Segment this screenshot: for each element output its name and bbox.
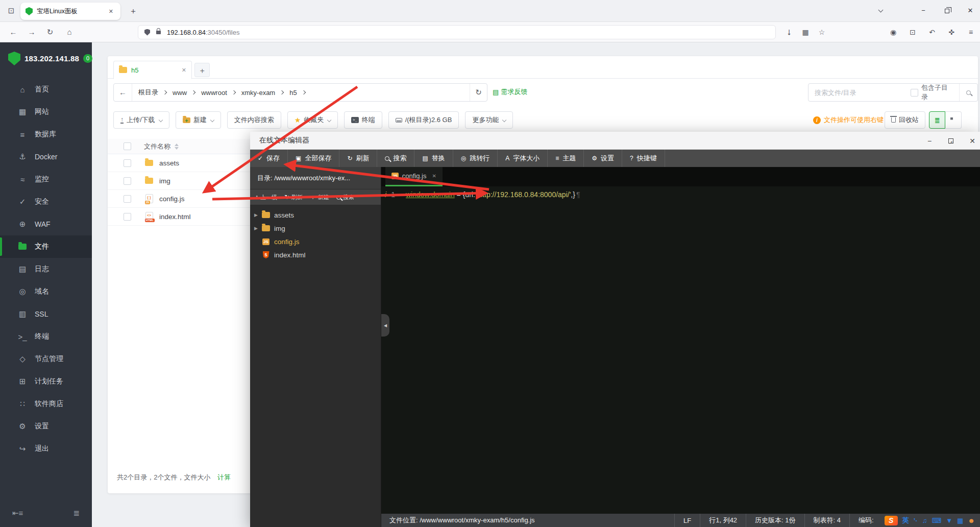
tree-item-config.js[interactable]: JS config.js: [250, 235, 381, 248]
sort-icon[interactable]: [175, 143, 179, 150]
code-area[interactable]: i 1 window.domain = {url: 'http://192.16…: [381, 186, 980, 199]
sogou-logo-icon[interactable]: S: [885, 516, 898, 525]
breadcrumb-back-icon[interactable]: ←: [114, 84, 132, 101]
sidebar-item-node-manage[interactable]: ◇ 节点管理: [0, 348, 92, 370]
fm-toolbar-new-button[interactable]: ＋ 新建: [176, 111, 221, 129]
sidebar-item-settings[interactable]: ⚙ 设置: [0, 415, 92, 438]
panel-collapse-handle[interactable]: ◀: [381, 314, 389, 337]
row-checkbox[interactable]: [124, 177, 131, 185]
tree-search-button[interactable]: 搜索: [336, 194, 354, 201]
sidebar-item-waf[interactable]: ⊕ WAF: [0, 213, 92, 235]
editor-save-button[interactable]: ✓ 保存: [250, 150, 288, 167]
row-checkbox[interactable]: [124, 195, 131, 203]
editor-directory-label[interactable]: 目录: /www/wwwroot/xmky-ex...: [250, 167, 381, 189]
notification-badge[interactable]: 0: [83, 54, 92, 63]
search-input[interactable]: [808, 89, 911, 97]
editor-font-size-button[interactable]: A 字体大小: [498, 150, 548, 167]
sogou-punct-icon[interactable]: ’·: [914, 517, 918, 524]
url-bar[interactable]: 192.168.0.84 :30450/files: [138, 25, 776, 39]
sogou-keyboard-icon[interactable]: ⌨: [932, 517, 941, 524]
lock-warning-icon[interactable]: [156, 31, 161, 34]
sidebar-item-database[interactable]: ≡ 数据库: [0, 123, 92, 146]
search-button[interactable]: [959, 84, 977, 101]
expand-arrow-icon[interactable]: ▶: [254, 226, 261, 231]
list-all-tabs-icon[interactable]: [872, 4, 889, 17]
editor-save-all-button[interactable]: ▣ 全部保存: [288, 150, 339, 167]
fm-tab-h5[interactable]: h5 ✕: [113, 61, 192, 79]
editor-tab-configjs[interactable]: JS config.js ✕: [385, 167, 443, 186]
tree-refresh-button[interactable]: ↻ 刷新: [284, 194, 303, 201]
sidebar-item-domain[interactable]: ◎ 域名: [0, 280, 92, 303]
tracking-shield-icon[interactable]: [144, 29, 150, 36]
status-encoding[interactable]: 编码:: [849, 514, 883, 527]
new-tab-button[interactable]: ＋: [127, 5, 140, 18]
fm-toolbar-upload-button[interactable]: ↑ 上传/下载: [113, 111, 169, 129]
status-history[interactable]: 历史版本: 1份: [746, 514, 804, 527]
breadcrumb-item[interactable]: h5: [289, 89, 297, 97]
breadcrumb-item[interactable]: xmky-exam: [241, 89, 275, 97]
sidebar-item-logs[interactable]: ▤ 日志: [0, 258, 92, 280]
row-checkbox[interactable]: [124, 213, 131, 221]
reload-icon[interactable]: ↻: [44, 27, 56, 38]
sogou-toolbox-icon[interactable]: ▦: [957, 517, 963, 524]
grid-view-button[interactable]: [945, 111, 962, 129]
include-subdir-option[interactable]: 包含子目录: [911, 83, 954, 102]
status-cursor-position[interactable]: 行1, 列42: [700, 514, 746, 527]
sogou-skin-icon[interactable]: ▼: [946, 517, 952, 524]
sidebar-item-files[interactable]: 文件: [0, 235, 92, 258]
browser-tab[interactable]: 宝塔Linux面板 ✕: [20, 3, 120, 20]
sidebar-item-cron[interactable]: ⊞ 计划任务: [0, 370, 92, 393]
bookmark-star-icon[interactable]: ☆: [816, 27, 828, 37]
server-identity[interactable]: 183.202.141.88 0: [8, 52, 92, 65]
screenshot-icon[interactable]: ⊡: [906, 27, 919, 37]
refresh-icon[interactable]: ↻: [470, 84, 487, 101]
list-view-button[interactable]: ≣: [929, 111, 945, 129]
menu-list-icon[interactable]: ≣: [73, 509, 80, 518]
file-name[interactable]: img: [159, 177, 170, 185]
window-restore-button[interactable]: [938, 4, 955, 17]
collapse-sidebar-icon[interactable]: ⇤≡: [12, 509, 23, 518]
tree-up-button[interactable]: ↑ 上一级: [255, 194, 277, 201]
undo-icon[interactable]: ↶: [926, 27, 938, 37]
editor-maximize-button[interactable]: [943, 135, 959, 147]
column-filename[interactable]: 文件名称: [144, 142, 170, 151]
sogou-mic-icon[interactable]: ♫: [922, 517, 927, 524]
file-name[interactable]: assets: [159, 159, 179, 167]
sidebar-item-security[interactable]: ✓ 安全: [0, 190, 92, 213]
select-all-checkbox[interactable]: [124, 142, 131, 150]
sidebar-item-terminal[interactable]: >_ 终端: [0, 325, 92, 348]
editor-theme-button[interactable]: ≡ 主题: [548, 150, 584, 167]
forward-icon[interactable]: →: [26, 27, 38, 38]
tab-close-icon[interactable]: ✕: [107, 7, 115, 16]
editor-close-button[interactable]: ✕: [965, 135, 980, 147]
sidebar-item-monitor[interactable]: ≈ 监控: [0, 168, 92, 190]
extensions-puzzle-icon[interactable]: ✜: [945, 27, 958, 37]
menu-hamburger-icon[interactable]: ≡: [965, 27, 977, 37]
sidebar-item-ssl[interactable]: ▥ SSL: [0, 303, 92, 325]
fm-new-tab-button[interactable]: ＋: [194, 63, 210, 77]
fm-toolbar-terminal-button[interactable]: >_ 终端: [344, 111, 382, 129]
editor-minimize-button[interactable]: −: [922, 135, 937, 147]
sidebar-item-docker[interactable]: ⚓ Docker: [0, 146, 92, 168]
sidebar-item-logout[interactable]: ↪ 退出: [0, 438, 92, 460]
tree-new-button[interactable]: ＋ 新建: [310, 193, 329, 202]
breadcrumb-item[interactable]: www: [173, 89, 187, 97]
back-icon[interactable]: ←: [7, 27, 19, 38]
tree-item-index.html[interactable]: 5 index.html: [250, 248, 381, 261]
tree-item-assets[interactable]: ▶ assets: [250, 208, 381, 222]
editor-tab-close-icon[interactable]: ✕: [432, 173, 436, 179]
breadcrumb-item[interactable]: wwwroot: [201, 89, 227, 97]
recycle-bin-button[interactable]: 回收站: [885, 111, 925, 129]
status-eol[interactable]: LF: [674, 514, 700, 527]
editor-hotkeys-button[interactable]: ? 快捷键: [622, 150, 665, 167]
fm-toolbar-more-button[interactable]: 更多功能: [465, 111, 513, 129]
firefox-view-icon[interactable]: ⊡: [6, 6, 16, 16]
expand-arrow-icon[interactable]: ▶: [254, 212, 261, 218]
calc-size-link[interactable]: 计算: [217, 473, 231, 481]
editor-goto-line-button[interactable]: ◎ 跳转行: [453, 150, 498, 167]
fm-toolbar-content-search-button[interactable]: 文件内容搜索: [227, 111, 281, 129]
row-checkbox[interactable]: [124, 159, 131, 167]
home-icon[interactable]: ⌂: [63, 27, 76, 38]
window-minimize-button[interactable]: −: [915, 4, 932, 17]
editor-replace-button[interactable]: ▤ 替换: [414, 150, 453, 167]
